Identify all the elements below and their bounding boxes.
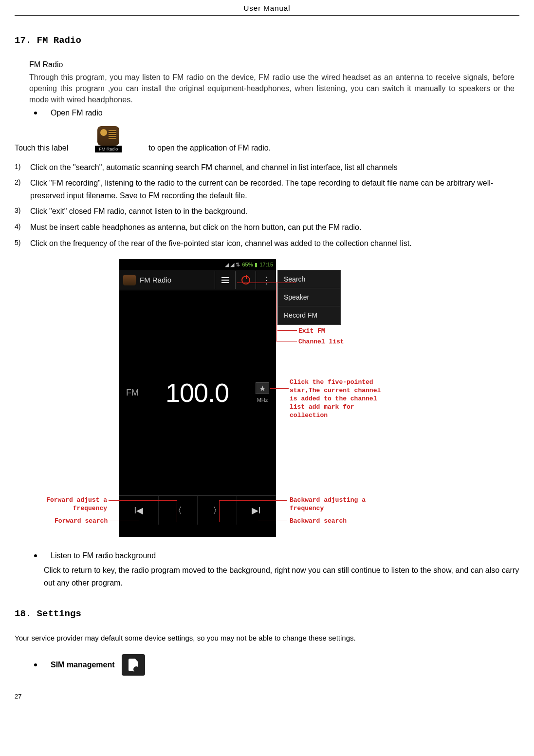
settings-intro: Your service provider may default some d…	[15, 634, 519, 642]
step-num: 4)	[15, 221, 30, 234]
sim-settings-icon	[122, 654, 145, 676]
page-number: 27	[15, 693, 519, 700]
annot-line	[177, 500, 177, 522]
signal-icon: ◢ ◢ ⇅	[225, 262, 240, 268]
step-text: Click "FM recording", listening to the r…	[30, 177, 519, 202]
step-num: 3)	[15, 205, 30, 218]
fm-steps-list: 1)Click on the "search", automatic scann…	[15, 161, 519, 250]
sim-management-row: SIM management	[29, 654, 519, 676]
annotation-fwd-search: Forward search	[55, 517, 108, 525]
annot-line	[270, 388, 289, 389]
battery-icon: ▮	[255, 262, 258, 268]
fm-radio-app-icon: FM Radio	[95, 126, 122, 152]
fm-radio-subtitle: FM Radio	[29, 60, 519, 69]
bullet-icon	[34, 112, 37, 114]
phone-screenshot: ◢ ◢ ⇅ 65% ▮ 17:15 FM Radio ⋮ FM 100.0 ★ …	[119, 259, 276, 537]
app-titlebar: FM Radio ⋮	[119, 270, 276, 290]
channel-list-button[interactable]	[215, 271, 235, 289]
annotation-channel-list: Channel list	[298, 338, 344, 345]
bullet-icon	[34, 663, 37, 666]
mhz-label: MHz	[257, 397, 268, 403]
dropdown-item-record[interactable]: Record FM	[278, 306, 340, 324]
step-num: 1)	[15, 161, 30, 174]
menu-button[interactable]: ⋮	[256, 271, 276, 289]
prev-track-icon: I◀	[134, 505, 143, 516]
dropdown-item-search[interactable]: Search	[278, 270, 340, 288]
annot-line	[276, 341, 297, 341]
frequency-bar: FM 100.0 ★ MHz	[119, 371, 276, 415]
phone-black-area-bottom	[119, 415, 276, 495]
touch-after-text: to open the application of FM radio.	[148, 144, 271, 152]
annotation-star: Click the five-pointed star,The current …	[290, 378, 382, 419]
page-header: User Manual	[15, 0, 519, 16]
battery-pct: 65%	[242, 262, 253, 267]
chevron-right-icon: 〉	[213, 505, 221, 516]
annot-line	[219, 500, 220, 522]
menu-icon: ⋮	[261, 278, 271, 283]
annot-line	[110, 521, 139, 521]
titlebar-text: FM Radio	[140, 276, 171, 284]
next-track-icon: ▶I	[252, 505, 261, 516]
step-num: 5)	[15, 237, 30, 250]
step-text: Click "exit" closed FM radio, cannot lis…	[30, 205, 519, 218]
annotation-bwd-search: Backward search	[290, 517, 347, 525]
section-18-title: 18. Settings	[15, 608, 519, 619]
sim-card-glyph	[129, 659, 138, 671]
step-text: Must be insert cable headphones as anten…	[30, 221, 519, 234]
phone-black-area-top	[119, 290, 276, 371]
step-num: 2)	[15, 177, 30, 202]
list-icon	[221, 277, 229, 283]
open-fm-bullet: Open FM radio	[29, 109, 519, 117]
fm-radio-intro: Through this program, you may listen to …	[29, 72, 515, 106]
annotation-exit-fm: Exit FM	[298, 327, 325, 335]
section-17-title: 17. FM Radio	[15, 35, 519, 46]
chevron-left-icon: 〈	[173, 505, 182, 516]
listen-background-label: Listen to FM radio background	[51, 551, 156, 560]
open-fm-label: Open FM radio	[51, 109, 103, 117]
step-text: Click on the "search", automatic scannin…	[30, 161, 519, 174]
annot-line	[109, 500, 177, 501]
star-icon: ★	[259, 384, 266, 393]
annot-line	[258, 521, 287, 521]
status-time: 17:15	[259, 262, 273, 267]
annot-line	[276, 283, 276, 341]
fm-radio-screenshot-figure: ◢ ◢ ⇅ 65% ▮ 17:15 FM Radio ⋮ FM 100.0 ★ …	[15, 259, 519, 542]
frequency-value: 100.0	[142, 378, 253, 408]
listen-background-text: Click to return to key, the radio progra…	[44, 564, 519, 589]
annotation-bwd-adjust: Backward adjusting a frequency	[290, 496, 377, 513]
favorite-star-button[interactable]: ★	[256, 382, 269, 394]
annot-line	[237, 283, 276, 283]
annot-line	[277, 330, 297, 331]
step-text: Click on the frequency of the rear of th…	[30, 237, 519, 250]
radio-icon	[97, 126, 119, 146]
bullet-icon	[34, 554, 37, 557]
options-dropdown: Search Speaker Record FM	[277, 270, 341, 325]
annotation-fwd-adjust: Forward adjust a frequency	[41, 496, 107, 513]
touch-label-row: Touch this label FM Radio to open the ap…	[15, 126, 519, 152]
playback-controls: I◀ 〈 〉 ▶I	[119, 495, 276, 525]
radio-mini-icon	[123, 275, 136, 285]
annot-line	[276, 283, 296, 283]
status-bar: ◢ ◢ ⇅ 65% ▮ 17:15	[119, 259, 276, 270]
listen-background-bullet: Listen to FM radio background	[29, 551, 519, 560]
dropdown-item-speaker[interactable]: Speaker	[278, 288, 340, 306]
sim-management-label: SIM management	[51, 661, 115, 669]
annot-line	[219, 500, 287, 501]
fm-band-label: FM	[126, 388, 139, 398]
app-icon-label: FM Radio	[95, 146, 122, 152]
power-button[interactable]	[235, 271, 256, 289]
touch-before-text: Touch this label	[15, 144, 68, 152]
